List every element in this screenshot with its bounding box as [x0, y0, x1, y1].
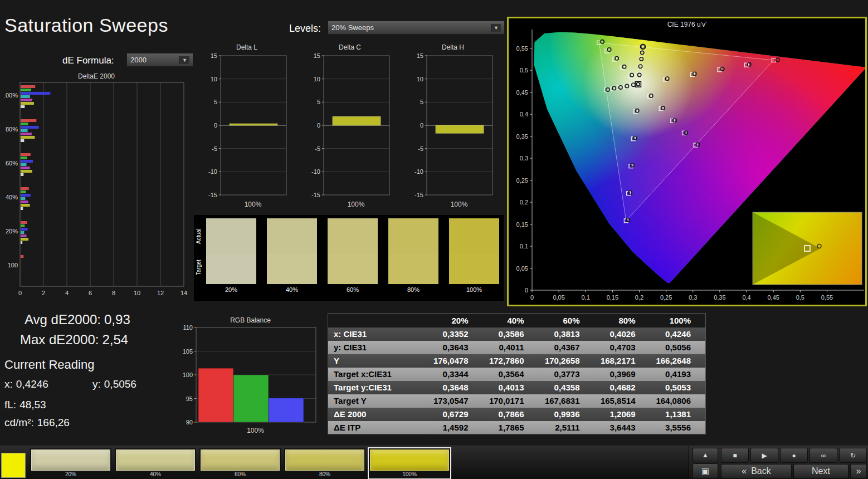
app-root: Saturation Sweeps Levels: 20% Sweeps ▼ d… — [0, 0, 868, 479]
y-label: y: — [92, 378, 101, 390]
svg-text:0,15: 0,15 — [516, 221, 528, 228]
svg-text:5: 5 — [214, 99, 217, 105]
svg-text:10: 10 — [211, 76, 217, 82]
table-row: Target x:CIE310,33440,35640,37730,39690,… — [328, 368, 706, 381]
blue-bar — [269, 398, 304, 422]
row-label: y: CIE31 — [328, 341, 427, 354]
delta-l-chart: Delta L 151050-5-10-15 100% — [205, 43, 289, 211]
delta-h-xlabel: 100% — [411, 201, 495, 208]
table-row: ΔE ITP1,45921,78652,51113,64433,5556 — [328, 421, 706, 434]
cdm2-label: cd/m²: — [4, 417, 34, 428]
svg-text:0,3: 0,3 — [520, 155, 528, 162]
svg-text:100: 100 — [183, 372, 193, 378]
svg-text:0,1: 0,1 — [582, 294, 590, 301]
svg-text:-15: -15 — [415, 192, 423, 198]
cell: 173,0547 — [427, 394, 483, 408]
chevron-down-icon: ▼ — [491, 24, 501, 32]
target-swatch — [267, 254, 317, 284]
level-swatch-100%[interactable]: 100% — [369, 448, 450, 478]
target-swatch — [328, 254, 378, 284]
expand-button[interactable]: ▲ — [693, 448, 718, 462]
svg-text:15: 15 — [417, 52, 423, 59]
current-fl: fL:48,53 — [4, 399, 50, 411]
svg-text:10: 10 — [134, 290, 140, 296]
display-button[interactable]: ▣ — [693, 463, 718, 478]
level-swatch-40%[interactable]: 40% — [115, 448, 196, 478]
x-label: x: — [4, 378, 13, 390]
svg-text:0,1: 0,1 — [520, 243, 528, 250]
row-label: Y — [328, 354, 427, 368]
swatch-label: 100% — [449, 286, 499, 293]
next-button[interactable]: Next — [793, 464, 849, 478]
back-label: Back — [751, 466, 771, 476]
svg-text:0: 0 — [420, 122, 423, 129]
target-swatch — [449, 254, 499, 284]
svg-text:40%: 40% — [6, 194, 18, 201]
target-label: Target — [196, 252, 203, 283]
level-swatch-20%[interactable]: 20% — [30, 448, 111, 478]
swatch-20% — [206, 218, 256, 284]
cell: 166,2648 — [650, 354, 706, 368]
current-x: x:0,4246 — [4, 378, 52, 390]
svg-text:-5: -5 — [418, 145, 423, 152]
play-button[interactable]: ▶ — [750, 448, 778, 463]
cell: 0,6729 — [427, 408, 483, 421]
rgb-balance-title: RGB Balance — [179, 316, 321, 325]
measurement-table-grid: 20%40%60%80%100%x: CIE310,33520,35860,38… — [328, 313, 706, 434]
levels-label: Levels: — [289, 23, 321, 35]
column-header: 80% — [594, 314, 650, 328]
levels-select[interactable]: 20% Sweeps ▼ — [328, 21, 505, 35]
avg-de2000-value: 0,93 — [104, 312, 130, 327]
svg-text:0: 0 — [525, 287, 528, 294]
next-chevron-button[interactable]: » — [850, 464, 867, 478]
table-row: Y176,0478172,7860170,2658168,2171166,264… — [328, 354, 706, 368]
back-button[interactable]: «Back — [721, 464, 792, 478]
column-header: 40% — [483, 314, 539, 328]
fl-label: fL: — [4, 399, 16, 410]
cell: 1,4592 — [427, 421, 483, 434]
stop-button[interactable]: ■ — [721, 448, 749, 463]
svg-text:0,4: 0,4 — [520, 111, 528, 118]
cell: 0,3969 — [594, 368, 650, 381]
svg-text:0,45: 0,45 — [767, 294, 779, 301]
svg-text:10: 10 — [417, 76, 423, 82]
actual-swatch — [206, 218, 256, 254]
current-y: y:0,5056 — [92, 378, 140, 390]
cell: 0,4013 — [483, 381, 539, 394]
level-swatch-color — [116, 449, 195, 471]
level-swatch-color — [285, 449, 364, 471]
row-label: ΔE 2000 — [328, 408, 427, 421]
level-swatch-60%[interactable]: 60% — [199, 448, 281, 478]
level-swatch-color — [31, 449, 110, 471]
cell: 3,6443 — [594, 421, 650, 434]
svg-text:4: 4 — [65, 290, 69, 296]
actual-swatch — [449, 218, 499, 254]
record-button[interactable]: ● — [780, 448, 808, 463]
swatch-label: 60% — [328, 286, 378, 293]
level-swatch-80%[interactable]: 80% — [284, 448, 365, 478]
cell: 0,5056 — [650, 341, 706, 354]
level-swatch-label: 40% — [115, 471, 196, 477]
cell: 165,8514 — [594, 394, 650, 408]
cell: 0,3586 — [483, 328, 539, 341]
cell: 170,2658 — [539, 354, 594, 368]
cell: 0,4358 — [539, 381, 594, 394]
svg-text:0,05: 0,05 — [553, 294, 564, 301]
de-formula-select[interactable]: 2000 ▼ — [126, 53, 193, 67]
delta-l-xlabel: 100% — [205, 201, 289, 208]
cell: 0,3648 — [427, 381, 483, 394]
fl-value: 48,53 — [19, 399, 46, 410]
cell: 0,4367 — [539, 341, 594, 354]
row-label: Target Y — [328, 394, 427, 408]
target-swatch — [388, 254, 438, 284]
delta-l-title: Delta L — [205, 43, 289, 52]
refresh-button[interactable]: ↻ — [839, 448, 867, 463]
cell: 0,3564 — [483, 368, 539, 381]
actual-label: Actual — [196, 221, 203, 252]
table-row: ΔE 20000,67290,78660,99361,20691,1381 — [328, 408, 706, 421]
cell: 0,4026 — [594, 328, 650, 341]
bar-group-60% — [21, 153, 33, 176]
loop-button[interactable]: ∞ — [810, 448, 837, 463]
svg-text:20%: 20% — [6, 228, 18, 234]
svg-text:-15: -15 — [311, 192, 320, 198]
